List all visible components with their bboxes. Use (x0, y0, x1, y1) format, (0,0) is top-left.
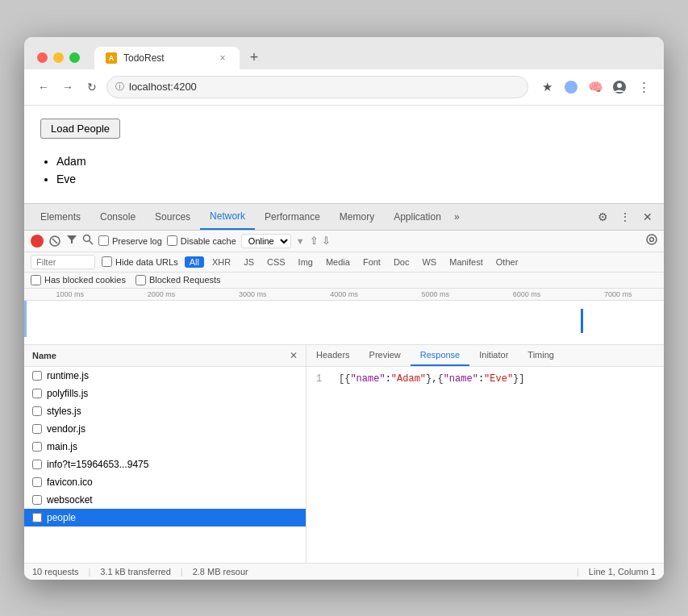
blocked-bar: Has blocked cookies Blocked Requests (24, 273, 664, 289)
svg-line-7 (90, 241, 94, 245)
disable-cache-checkbox[interactable] (167, 235, 177, 246)
network-settings-icon[interactable] (646, 234, 657, 248)
tab-elements[interactable]: Elements (31, 205, 90, 229)
throttle-select[interactable]: Online (241, 234, 291, 248)
back-button[interactable]: ← (34, 77, 53, 97)
devtools-tab-bar: Elements Console Sources Network Perform… (24, 204, 664, 231)
file-checkbox[interactable] (32, 406, 42, 416)
filter-media[interactable]: Media (321, 256, 355, 268)
filter-font[interactable]: Font (358, 256, 386, 268)
list-item: Adam (56, 155, 648, 168)
file-checkbox[interactable] (32, 460, 42, 469)
filter-js[interactable]: JS (239, 256, 259, 268)
disable-cache-label[interactable]: Disable cache (167, 235, 236, 246)
new-tab-button[interactable]: + (243, 47, 265, 69)
has-blocked-cookies-label[interactable]: Has blocked cookies (31, 275, 126, 285)
extension-icon[interactable]: 🧠 (585, 77, 606, 98)
tab-response[interactable]: Response (411, 345, 470, 366)
requests-count: 10 requests (32, 567, 78, 576)
file-item-favicon[interactable]: favicon.ico (24, 473, 306, 491)
file-checkbox[interactable] (32, 442, 42, 452)
filter-xhr[interactable]: XHR (207, 256, 236, 268)
tab-headers[interactable]: Headers (306, 345, 360, 366)
file-item-styles[interactable]: styles.js (24, 402, 306, 420)
page-content: Load People Adam Eve (24, 106, 664, 203)
traffic-lights (37, 52, 80, 63)
filter-css[interactable]: CSS (262, 256, 290, 268)
preserve-log-checkbox[interactable] (98, 235, 109, 246)
file-item-websocket[interactable]: websocket (24, 491, 306, 509)
filter-ws[interactable]: WS (417, 256, 441, 268)
tab-initiator[interactable]: Initiator (469, 345, 518, 366)
tab-application[interactable]: Application (384, 205, 451, 229)
menu-icon[interactable]: ⋮ (633, 77, 654, 98)
svg-line-4 (52, 239, 57, 243)
file-checkbox[interactable] (32, 477, 42, 487)
file-item-info[interactable]: info?t=15964653...9475 (24, 456, 306, 473)
maximize-traffic-light[interactable] (69, 52, 80, 63)
load-people-button[interactable]: Load People (40, 119, 120, 139)
blocked-requests-label[interactable]: Blocked Requests (136, 275, 221, 285)
tab-network[interactable]: Network (200, 204, 255, 230)
devtools-close-icon[interactable]: ✕ (638, 207, 657, 227)
tick-2ms: 2000 ms (115, 290, 206, 298)
devtools-settings-icon[interactable]: ⚙ (593, 207, 612, 227)
hide-data-urls-label[interactable]: Hide data URLs (102, 256, 178, 267)
file-item-runtime[interactable]: runtime.js (24, 367, 306, 385)
file-name: runtime.js (47, 370, 298, 381)
address-bar[interactable]: ⓘ localhost:4200 (106, 76, 528, 98)
search-icon[interactable] (82, 234, 94, 248)
close-traffic-light[interactable] (37, 52, 48, 63)
tab-console[interactable]: Console (90, 205, 145, 229)
download-icon[interactable]: ⇩ (322, 235, 331, 247)
tab-memory[interactable]: Memory (330, 205, 384, 229)
has-blocked-cookies-checkbox[interactable] (31, 275, 41, 285)
devtools-more-options-icon[interactable]: ⋮ (615, 207, 635, 227)
refresh-button[interactable]: ↻ (82, 77, 102, 97)
file-item-vendor[interactable]: vendor.js (24, 420, 306, 438)
tab-performance[interactable]: Performance (255, 205, 330, 229)
profile-icon[interactable] (561, 77, 582, 98)
bookmark-icon[interactable]: ★ (536, 77, 557, 98)
file-checkbox[interactable] (32, 424, 42, 434)
tab-timing[interactable]: Timing (518, 345, 564, 366)
cursor-position: Line 1, Column 1 (589, 567, 656, 576)
filter-input[interactable] (31, 255, 95, 269)
hide-data-urls-checkbox[interactable] (102, 256, 112, 267)
response-body: 1 [{"name":"Adam"},{"name":"Eve"}] (306, 367, 664, 563)
filter-all[interactable]: All (185, 256, 204, 268)
preserve-log-label[interactable]: Preserve log (98, 235, 162, 246)
tab-preview[interactable]: Preview (360, 345, 411, 366)
tab-close-button[interactable]: × (217, 52, 228, 64)
account-icon[interactable] (609, 77, 630, 98)
file-checkbox[interactable] (32, 495, 42, 505)
devtools-panel: Elements Console Sources Network Perform… (24, 203, 664, 580)
upload-icon[interactable]: ⇧ (310, 235, 319, 247)
file-checkbox[interactable] (32, 389, 42, 398)
file-item-polyfills[interactable]: polyfills.js (24, 385, 306, 402)
close-panel-icon[interactable]: ✕ (290, 350, 298, 361)
filter-img[interactable]: Img (294, 256, 318, 268)
forward-button[interactable]: → (58, 77, 77, 97)
tick-1ms: 1000 ms (24, 290, 115, 298)
json-value-2: "Eve" (484, 373, 513, 385)
devtools-more-button[interactable]: » (451, 205, 463, 229)
timeline-body (24, 301, 664, 344)
filter-doc[interactable]: Doc (389, 256, 415, 268)
filter-icon[interactable] (66, 234, 77, 248)
timeline-ruler: 1000 ms 2000 ms 3000 ms 4000 ms 5000 ms … (24, 289, 664, 301)
blocked-requests-checkbox[interactable] (136, 275, 146, 285)
file-checkbox[interactable] (32, 513, 42, 522)
tab-favicon: A (106, 52, 117, 64)
file-name: websocket (47, 494, 298, 506)
record-button[interactable] (31, 235, 44, 248)
filter-other[interactable]: Other (491, 256, 523, 268)
file-checkbox[interactable] (32, 371, 42, 381)
filter-manifest[interactable]: Manifest (444, 256, 488, 268)
file-item-people[interactable]: people (24, 509, 306, 527)
active-tab[interactable]: A TodoRest × (94, 47, 240, 69)
tab-sources[interactable]: Sources (145, 205, 200, 229)
clear-button[interactable] (48, 235, 61, 248)
file-item-main[interactable]: main.js (24, 438, 306, 456)
minimize-traffic-light[interactable] (53, 52, 64, 63)
